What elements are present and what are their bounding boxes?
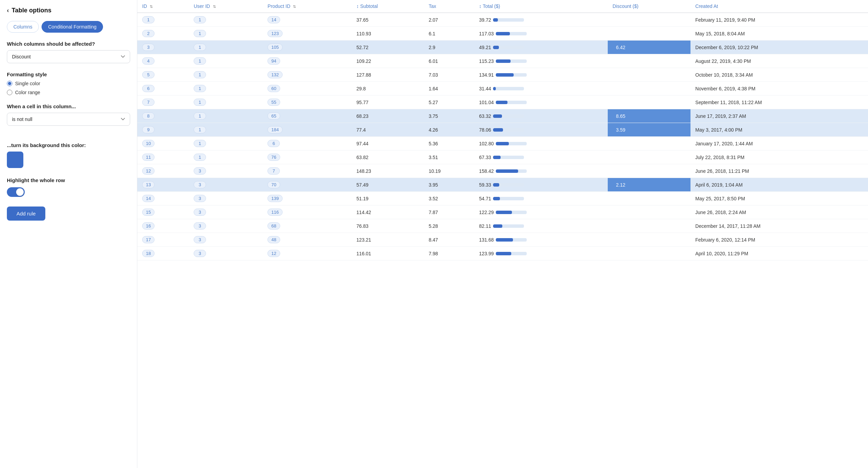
cell-id: 4: [137, 54, 189, 68]
table-row: 111437.652.07 39.72 February 11, 2019, 9…: [137, 13, 868, 27]
total-bar-fill: [493, 224, 502, 228]
cell-id: 6: [137, 82, 189, 96]
table-row: 18312116.017.98 123.99 April 10, 2020, 1…: [137, 247, 868, 260]
cell-user-id: 1: [189, 109, 263, 123]
col-id[interactable]: ID ⇅: [137, 0, 189, 13]
cell-user-id: 3: [189, 178, 263, 192]
col-discount[interactable]: Discount ($): [608, 0, 690, 13]
col-user-id[interactable]: User ID ⇅: [189, 0, 263, 13]
cell-total: 78.06: [474, 123, 608, 137]
total-value: 101.04: [479, 100, 494, 105]
user-id-pill: 3: [194, 236, 206, 243]
cell-discount: [608, 82, 690, 96]
cell-tax: 6.01: [424, 54, 474, 68]
id-pill: 12: [142, 167, 155, 175]
bg-color-label: ...turn its background this color:: [7, 142, 130, 148]
cell-user-id: 1: [189, 96, 263, 109]
col-created-at[interactable]: Created At: [690, 0, 868, 13]
total-bar-cell: 134.91: [479, 72, 603, 78]
cell-discount: 2.12: [608, 178, 690, 192]
cell-created-at: June 26, 2018, 11:21 PM: [690, 164, 868, 178]
total-bar-bg: [493, 183, 524, 187]
user-id-pill: 3: [194, 222, 206, 230]
cell-created-at: April 6, 2019, 1:04 AM: [690, 178, 868, 192]
color-picker-button[interactable]: [7, 152, 23, 168]
column-select[interactable]: Discount Total ($) Subtotal Tax Product …: [7, 50, 130, 63]
total-bar-bg: [493, 18, 524, 22]
total-bar-fill: [496, 169, 518, 173]
cell-tax: 3.51: [424, 151, 474, 164]
radio-color-range[interactable]: Color range: [7, 90, 130, 95]
col-subtotal[interactable]: ↕ Subtotal: [352, 0, 424, 13]
radio-color-range-input[interactable]: [7, 90, 12, 95]
user-id-pill: 1: [194, 99, 206, 106]
radio-single-color-input[interactable]: [7, 81, 12, 86]
cell-subtotal: 77.4: [352, 123, 424, 137]
cell-tax: 4.26: [424, 123, 474, 137]
total-bar-cell: 67.33: [479, 155, 603, 160]
cell-id: 15: [137, 205, 189, 219]
cell-id: 3: [137, 41, 189, 54]
col-total[interactable]: ↕ Total ($): [474, 0, 608, 13]
cell-id: 17: [137, 233, 189, 247]
id-pill: 2: [142, 30, 155, 37]
cell-subtotal: 123.21: [352, 233, 424, 247]
highlight-row-toggle[interactable]: [7, 187, 25, 197]
cell-tax: 6.1: [424, 27, 474, 41]
cell-tax: 7.87: [424, 205, 474, 219]
id-pill: 11: [142, 154, 155, 161]
cell-subtotal: 76.83: [352, 219, 424, 233]
id-pill: 6: [142, 85, 155, 92]
back-arrow-icon[interactable]: ‹: [7, 7, 9, 14]
cell-subtotal: 52.72: [352, 41, 424, 54]
total-bar-cell: 131.68: [479, 237, 603, 243]
user-id-pill: 1: [194, 140, 206, 147]
tab-conditional-formatting[interactable]: Conditional Formatting: [42, 21, 103, 33]
total-value: 78.06: [479, 127, 491, 133]
cell-id: 18: [137, 247, 189, 260]
cell-user-id: 1: [189, 137, 263, 151]
cell-user-id: 1: [189, 82, 263, 96]
col-product-id[interactable]: Product ID ⇅: [263, 0, 352, 13]
id-pill: 1: [142, 16, 155, 23]
cell-total: 117.03: [474, 27, 608, 41]
cell-created-at: September 11, 2018, 11:22 AM: [690, 96, 868, 109]
left-panel: ‹ Table options Columns Conditional Form…: [0, 0, 137, 468]
cell-total: 31.44: [474, 82, 608, 96]
id-pill: 8: [142, 112, 155, 120]
cell-tax: 7.03: [424, 68, 474, 82]
condition-select[interactable]: is not null is null equals greater than …: [7, 113, 130, 126]
total-bar-cell: 39.72: [479, 17, 603, 23]
radio-single-color[interactable]: Single color: [7, 81, 130, 86]
cell-created-at: June 26, 2018, 2:24 AM: [690, 205, 868, 219]
cell-product-id: 48: [263, 233, 352, 247]
cell-total: 115.23: [474, 54, 608, 68]
format-style-section: Formatting style Single color Color rang…: [7, 71, 130, 95]
product-id-pill: 55: [267, 99, 280, 106]
cell-created-at: May 15, 2018, 8:04 AM: [690, 27, 868, 41]
user-id-pill: 1: [194, 126, 206, 133]
cell-id: 8: [137, 109, 189, 123]
cell-created-at: December 6, 2019, 10:22 PM: [690, 41, 868, 54]
product-id-pill: 14: [267, 16, 280, 23]
table-row: 1117663.823.51 67.33 July 22, 2018, 8:31…: [137, 151, 868, 164]
tab-columns[interactable]: Columns: [7, 21, 39, 33]
cell-tax: 1.64: [424, 82, 474, 96]
total-bar-fill: [496, 101, 507, 104]
cell-id: 1: [137, 13, 189, 27]
cell-total: 102.80: [474, 137, 608, 151]
cell-total: 123.99: [474, 247, 608, 260]
discount-value: 8.65: [613, 112, 629, 120]
back-header[interactable]: ‹ Table options: [7, 7, 130, 14]
total-bar-cell: 117.03: [479, 31, 603, 36]
add-rule-button[interactable]: Add rule: [7, 207, 45, 221]
product-id-pill: 70: [267, 181, 280, 188]
right-panel: ID ⇅ User ID ⇅ Product ID ⇅ ↕ Subtotal T…: [137, 0, 868, 468]
total-bar-fill: [493, 183, 499, 187]
cell-user-id: 3: [189, 219, 263, 233]
col-tax[interactable]: Tax: [424, 0, 474, 13]
user-id-pill: 3: [194, 209, 206, 216]
cell-discount: 8.65: [608, 109, 690, 123]
table-row: 816568.233.75 63.32 8.65June 17, 2019, 2…: [137, 109, 868, 123]
table-row: 1337057.493.95 59.33 2.12April 6, 2019, …: [137, 178, 868, 192]
